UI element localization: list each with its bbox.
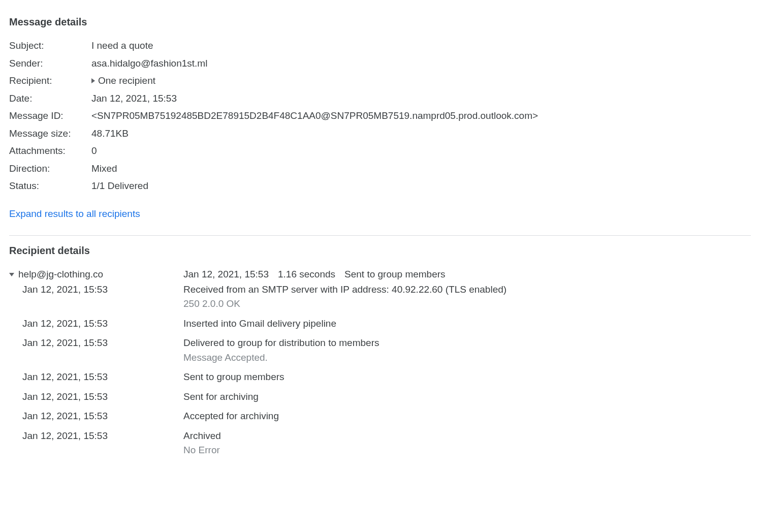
event-body: Sent to group members <box>183 370 284 385</box>
detail-row: Message ID:<SN7PR05MB75192485BD2E78915D2… <box>9 109 751 123</box>
detail-value-text: Jan 12, 2021, 15:53 <box>91 91 177 106</box>
recipient-summary-date: Jan 12, 2021, 15:53 <box>183 267 269 282</box>
event-text: Sent for archiving <box>183 390 259 404</box>
detail-label: Date: <box>9 91 91 106</box>
event-row: Jan 12, 2021, 15:53Received from an SMTP… <box>9 283 751 311</box>
detail-value: Jan 12, 2021, 15:53 <box>91 91 177 106</box>
detail-row: Direction:Mixed <box>9 162 751 176</box>
event-text: Sent to group members <box>183 370 284 385</box>
event-body: ArchivedNo Error <box>183 429 221 458</box>
recipient-summary-row: help@jg-clothing.co Jan 12, 2021, 15:53 … <box>9 267 751 283</box>
recipient-details-heading: Recipient details <box>9 243 751 258</box>
event-body: Received from an SMTP server with IP add… <box>183 283 506 311</box>
detail-label: Attachments: <box>9 144 91 159</box>
event-body: Inserted into Gmail delivery pipeline <box>183 317 336 331</box>
detail-value: Mixed <box>91 162 117 176</box>
event-subtext: No Error <box>183 443 221 458</box>
recipient-summary-duration: 1.16 seconds <box>278 267 335 282</box>
detail-row: Attachments:0 <box>9 144 751 159</box>
message-details-heading: Message details <box>9 14 751 29</box>
detail-value-text: 0 <box>91 144 97 159</box>
message-details-rows: Subject:I need a quoteSender:asa.hidalgo… <box>9 39 751 194</box>
detail-row: Status:1/1 Delivered <box>9 179 751 194</box>
detail-value: 48.71KB <box>91 127 129 141</box>
section-divider <box>9 235 751 236</box>
detail-value: 1/1 Delivered <box>91 179 148 194</box>
event-time: Jan 12, 2021, 15:53 <box>9 409 183 424</box>
event-body: Accepted for archiving <box>183 409 279 424</box>
event-text: Archived <box>183 429 221 444</box>
recipient-email: help@jg-clothing.co <box>18 267 103 282</box>
event-body: Sent for archiving <box>183 390 259 404</box>
detail-label: Direction: <box>9 162 91 176</box>
detail-value-text: Mixed <box>91 162 117 176</box>
detail-value: I need a quote <box>91 39 153 53</box>
detail-value-text: 1/1 Delivered <box>91 179 148 194</box>
event-text: Received from an SMTP server with IP add… <box>183 283 506 297</box>
event-row: Jan 12, 2021, 15:53Accepted for archivin… <box>9 409 751 424</box>
detail-label: Message ID: <box>9 109 91 123</box>
event-text: Accepted for archiving <box>183 409 279 424</box>
event-row: Jan 12, 2021, 15:53Delivered to group fo… <box>9 336 751 365</box>
event-row: Jan 12, 2021, 15:53Sent to group members <box>9 370 751 385</box>
detail-value[interactable]: One recipient <box>91 74 155 88</box>
detail-value: asa.hidalgo@fashion1st.ml <box>91 56 207 71</box>
event-text: Delivered to group for distribution to m… <box>183 336 379 351</box>
detail-label: Recipient: <box>9 74 91 88</box>
message-details-section: Message details Subject:I need a quoteSe… <box>9 14 751 221</box>
event-row: Jan 12, 2021, 15:53Inserted into Gmail d… <box>9 317 751 331</box>
detail-row: Recipient:One recipient <box>9 74 751 88</box>
event-row: Jan 12, 2021, 15:53Sent for archiving <box>9 390 751 404</box>
expand-all-recipients-link[interactable]: Expand results to all recipients <box>9 207 140 222</box>
detail-row: Message size:48.71KB <box>9 127 751 141</box>
recipient-header[interactable]: help@jg-clothing.co <box>9 267 103 282</box>
recipient-events: Jan 12, 2021, 15:53Received from an SMTP… <box>9 283 751 458</box>
detail-label: Sender: <box>9 56 91 71</box>
event-subtext: 250 2.0.0 OK <box>183 297 506 311</box>
detail-row: Sender:asa.hidalgo@fashion1st.ml <box>9 56 751 71</box>
event-body: Delivered to group for distribution to m… <box>183 336 379 365</box>
detail-value-text: One recipient <box>98 74 155 88</box>
event-time: Jan 12, 2021, 15:53 <box>9 429 183 444</box>
detail-value: <SN7PR05MB75192485BD2E78915D2B4F48C1AA0@… <box>91 109 538 123</box>
event-text: Inserted into Gmail delivery pipeline <box>183 317 336 331</box>
event-time: Jan 12, 2021, 15:53 <box>9 370 183 385</box>
detail-row: Date:Jan 12, 2021, 15:53 <box>9 91 751 106</box>
collapse-icon <box>9 273 14 276</box>
event-time: Jan 12, 2021, 15:53 <box>9 336 183 351</box>
detail-value: 0 <box>91 144 97 159</box>
event-time: Jan 12, 2021, 15:53 <box>9 390 183 404</box>
recipient-details-section: Recipient details help@jg-clothing.co Ja… <box>9 243 751 458</box>
event-time: Jan 12, 2021, 15:53 <box>9 317 183 331</box>
detail-label: Subject: <box>9 39 91 53</box>
detail-label: Message size: <box>9 127 91 141</box>
detail-value-text: 48.71KB <box>91 127 129 141</box>
event-row: Jan 12, 2021, 15:53ArchivedNo Error <box>9 429 751 458</box>
event-time: Jan 12, 2021, 15:53 <box>9 283 183 297</box>
detail-value-text: asa.hidalgo@fashion1st.ml <box>91 56 207 71</box>
detail-value-text: I need a quote <box>91 39 153 53</box>
expand-icon <box>91 78 95 83</box>
event-subtext: Message Accepted. <box>183 351 379 365</box>
detail-value-text: <SN7PR05MB75192485BD2E78915D2B4F48C1AA0@… <box>91 109 538 123</box>
detail-row: Subject:I need a quote <box>9 39 751 53</box>
recipient-summary-status: Sent to group members <box>344 267 446 282</box>
detail-label: Status: <box>9 179 91 194</box>
